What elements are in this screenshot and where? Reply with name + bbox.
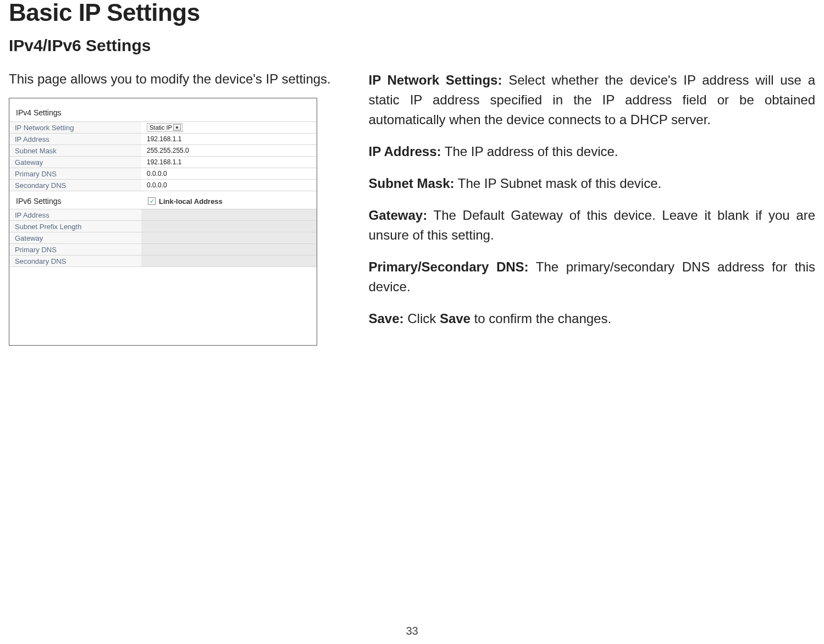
- label-ipv6-gateway: Gateway: [9, 232, 141, 244]
- desc-subnet-mask: Subnet Mask: The IP Subnet mask of this …: [369, 174, 816, 193]
- row-ipv6-secondary-dns: Secondary DNS: [9, 256, 317, 267]
- row-subnet-prefix-length: Subnet Prefix Length: [9, 221, 317, 232]
- label-ip-address: IP Address: [9, 134, 141, 145]
- desc-text: The IP address of this device.: [441, 144, 618, 159]
- checkbox-icon: ✓: [148, 197, 156, 205]
- label-gateway: Gateway: [9, 157, 141, 168]
- page-title: Basic IP Settings: [9, 0, 815, 26]
- value-ip-network-setting: Static IP ▼: [141, 122, 317, 134]
- row-secondary-dns: Secondary DNS 0.0.0.0: [9, 180, 317, 191]
- desc-text: to confirm the changes.: [471, 311, 611, 326]
- value-secondary-dns: 0.0.0.0: [141, 180, 317, 191]
- value-gateway: 192.168.1.1: [141, 157, 317, 168]
- link-local-checkbox[interactable]: ✓ Link-local Address: [148, 197, 223, 206]
- row-primary-dns: Primary DNS 0.0.0.0: [9, 168, 317, 180]
- value-subnet-prefix-length: [141, 221, 317, 232]
- label-ipv6-ip-address: IP Address: [9, 209, 141, 221]
- label-ipv6-primary-dns: Primary DNS: [9, 244, 141, 256]
- label-subnet-mask: Subnet Mask: [9, 145, 141, 157]
- row-ipv6-ip-address: IP Address: [9, 209, 317, 221]
- dropdown-value: Static IP: [150, 124, 172, 131]
- desc-ip-network-settings: IP Network Settings: Select whether the …: [369, 70, 816, 130]
- desc-text: The IP Subnet mask of this device.: [455, 176, 662, 191]
- value-ipv6-ip-address: [141, 209, 317, 221]
- desc-bold-inline: Save: [440, 311, 471, 326]
- label-subnet-prefix-length: Subnet Prefix Length: [9, 221, 141, 232]
- two-column-layout: This page allows you to modify the devic…: [9, 70, 815, 346]
- value-subnet-mask: 255.255.255.0: [141, 145, 317, 157]
- ipv6-header-row: IPv6 Settings ✓ Link-local Address: [9, 191, 317, 209]
- row-subnet-mask: Subnet Mask 255.255.255.0: [9, 145, 317, 157]
- chevron-down-icon: ▼: [173, 124, 181, 131]
- label-primary-dns: Primary DNS: [9, 168, 141, 180]
- value-ipv6-primary-dns: [141, 244, 317, 256]
- label-ipv6-secondary-dns: Secondary DNS: [9, 256, 141, 267]
- desc-label: IP Address:: [369, 144, 441, 159]
- desc-gateway: Gateway: The Default Gateway of this dev…: [369, 206, 816, 245]
- desc-text: Click: [404, 311, 440, 326]
- label-secondary-dns: Secondary DNS: [9, 180, 141, 191]
- checkbox-label: Link-local Address: [159, 197, 223, 206]
- ipv6-table: IP Address Subnet Prefix Length Gateway …: [9, 209, 317, 267]
- section-heading: IPv4/IPv6 Settings: [9, 36, 815, 55]
- desc-label: Gateway:: [369, 208, 428, 223]
- label-ip-network-setting: IP Network Setting: [9, 122, 141, 134]
- document-page: Basic IP Settings IPv4/IPv6 Settings Thi…: [0, 0, 824, 643]
- ipv4-table: IP Network Setting Static IP ▼ IP Addres…: [9, 121, 317, 191]
- desc-label: IP Network Settings:: [369, 73, 502, 87]
- row-ipv6-primary-dns: Primary DNS: [9, 244, 317, 256]
- desc-label: Subnet Mask:: [369, 176, 455, 191]
- left-column: This page allows you to modify the devic…: [9, 70, 336, 346]
- desc-save: Save: Click Save to confirm the changes.: [369, 309, 816, 329]
- ipv6-header: IPv6 Settings: [16, 197, 148, 206]
- page-number: 33: [0, 625, 824, 637]
- desc-text: The Default Gateway of this device. Leav…: [369, 208, 816, 242]
- row-ipv6-gateway: Gateway: [9, 232, 317, 244]
- desc-label: Save:: [369, 311, 404, 326]
- value-primary-dns: 0.0.0.0: [141, 168, 317, 180]
- row-ip-address: IP Address 192.168.1.1: [9, 134, 317, 145]
- right-column: IP Network Settings: Select whether the …: [369, 70, 816, 346]
- row-ip-network-setting: IP Network Setting Static IP ▼: [9, 122, 317, 134]
- desc-ip-address: IP Address: The IP address of this devic…: [369, 142, 816, 162]
- desc-label: Primary/Secondary DNS:: [369, 259, 529, 274]
- value-ipv6-secondary-dns: [141, 256, 317, 267]
- ipv4-header: IPv4 Settings: [9, 105, 317, 121]
- value-ip-address: 192.168.1.1: [141, 134, 317, 145]
- desc-dns: Primary/Secondary DNS: The primary/secon…: [369, 257, 816, 297]
- value-ipv6-gateway: [141, 232, 317, 244]
- intro-text: This page allows you to modify the devic…: [9, 70, 336, 88]
- settings-screenshot: IPv4 Settings IP Network Setting Static …: [9, 98, 317, 346]
- row-gateway: Gateway 192.168.1.1: [9, 157, 317, 168]
- ip-network-setting-dropdown[interactable]: Static IP ▼: [147, 123, 183, 132]
